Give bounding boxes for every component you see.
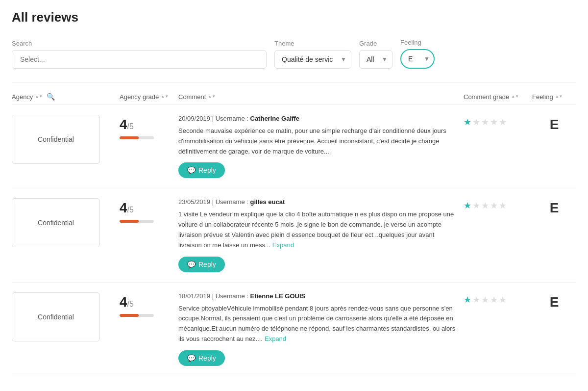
agency-cell: Confidential xyxy=(12,292,100,341)
grade-value: 4/5 xyxy=(120,294,178,310)
feeling-select-wrapper: E AllABCD ▼ xyxy=(400,49,435,69)
feeling-badge: E xyxy=(532,198,576,216)
stars-cell: ★★★★★ xyxy=(464,115,532,128)
comment-cell: 18/01/2019 | Username : Etienne LE GOUIS… xyxy=(178,292,464,366)
comment-text: 1 visite Le vendeur m explique que la cl… xyxy=(178,209,456,250)
comment-cell: 20/09/2019 | Username : Catherine Gaiffe… xyxy=(178,115,464,178)
grade-cell: 4/5 xyxy=(120,115,178,139)
search-input[interactable] xyxy=(12,50,267,69)
star-icon: ★ xyxy=(481,200,489,211)
agency-grade-col-header: Agency grade ▲▼ xyxy=(120,93,178,101)
expand-link[interactable]: Expand xyxy=(265,335,286,342)
search-label: Search xyxy=(12,40,267,47)
comment-text: Service pitoyableVéhicule immobilisé pen… xyxy=(178,304,456,344)
comment-meta: 18/01/2019 | Username : Etienne LE GOUIS xyxy=(178,292,456,300)
search-filter-group: Search xyxy=(12,40,267,69)
agency-name: Confidential xyxy=(38,313,74,321)
comment-meta: 23/05/2019 | Username : gilles eucat xyxy=(178,198,456,206)
sort-icon: ▲▼ xyxy=(208,95,216,99)
filters-bar: Search Theme Qualité de servic Prix Accu… xyxy=(12,39,576,69)
expand-link[interactable]: Expand xyxy=(272,241,294,249)
feeling-filter-group: Feeling E AllABCD ▼ xyxy=(400,39,435,69)
agency-name: Confidential xyxy=(38,135,74,143)
reply-icon: 💬 xyxy=(187,261,196,268)
star-icon: ★ xyxy=(472,294,480,305)
username: Etienne LE GOUIS xyxy=(250,292,306,300)
feeling-badge: E xyxy=(532,115,576,132)
agency-name: Confidential xyxy=(38,219,74,227)
sort-icon: ▲▼ xyxy=(161,95,169,99)
star-icon: ★ xyxy=(481,117,489,128)
star-icon: ★ xyxy=(499,200,507,211)
grade-bar-track xyxy=(120,136,154,139)
feeling-badge: E xyxy=(532,292,576,310)
grade-denominator: /5 xyxy=(127,206,134,214)
table-row: Confidential 4/5 23/05/2019 | Username :… xyxy=(12,188,576,282)
star-icon: ★ xyxy=(490,117,498,128)
reply-icon: 💬 xyxy=(187,354,196,362)
header-divider xyxy=(12,82,576,83)
username-label: | Username : xyxy=(212,115,250,122)
sort-icon: ▲▼ xyxy=(555,95,563,99)
reply-button[interactable]: 💬 Reply xyxy=(178,257,225,272)
theme-select-wrapper: Qualité de servic Prix Accueil ▼ xyxy=(274,50,351,69)
agency-col-header: Agency ▲▼ 🔍 xyxy=(12,93,120,101)
star-icon: ★ xyxy=(472,117,480,128)
comment-text: Seconde mauvaise expérience ce matin, po… xyxy=(178,126,456,156)
grade-denominator: /5 xyxy=(127,300,134,308)
table-row: Confidential 4/5 18/01/2019 | Username :… xyxy=(12,283,576,376)
grade-denominator: /5 xyxy=(127,122,134,130)
comment-grade-col-header: Comment grade ▲▼ xyxy=(464,93,532,101)
agency-cell: Confidential xyxy=(12,115,100,164)
comment-meta: 20/09/2019 | Username : Catherine Gaiffe xyxy=(178,115,456,122)
theme-label: Theme xyxy=(274,40,351,47)
table-row: Confidential 4/5 20/09/2019 | Username :… xyxy=(12,105,576,188)
grade-bar-track xyxy=(120,220,154,223)
search-icon[interactable]: 🔍 xyxy=(47,93,55,101)
feeling-select[interactable]: E AllABCD xyxy=(400,49,435,69)
reply-button[interactable]: 💬 Reply xyxy=(178,162,225,178)
star-icon: ★ xyxy=(472,200,480,211)
star-icon: ★ xyxy=(464,200,471,211)
stars-cell: ★★★★★ xyxy=(464,292,532,305)
reply-icon: 💬 xyxy=(187,166,196,174)
theme-select[interactable]: Qualité de servic Prix Accueil xyxy=(274,50,351,69)
agency-cell: Confidential xyxy=(12,198,100,247)
sort-icon: ▲▼ xyxy=(511,95,519,99)
grade-value: 4/5 xyxy=(120,117,178,132)
star-icon: ★ xyxy=(499,294,507,305)
table-header: Agency ▲▼ 🔍 Agency grade ▲▼ Comment ▲▼ C… xyxy=(12,91,576,105)
comment-date: 23/05/2019 xyxy=(178,198,210,206)
grade-label: Grade xyxy=(359,40,392,47)
reply-label: Reply xyxy=(198,354,216,362)
star-icon: ★ xyxy=(490,294,498,305)
reviews-list: Confidential 4/5 20/09/2019 | Username :… xyxy=(12,105,576,376)
username: Catherine Gaiffe xyxy=(250,115,299,122)
grade-select-wrapper: All 12345 ▼ xyxy=(359,50,392,69)
reply-button[interactable]: 💬 Reply xyxy=(178,350,225,366)
sort-icon: ▲▼ xyxy=(35,95,43,99)
comment-col-header: Comment ▲▼ xyxy=(178,93,464,101)
comment-date: 18/01/2019 xyxy=(178,292,210,300)
grade-filter-group: Grade All 12345 ▼ xyxy=(359,40,392,69)
username-label: | Username : xyxy=(212,292,250,300)
stars-cell: ★★★★★ xyxy=(464,198,532,211)
grade-bar-fill xyxy=(120,136,139,139)
grade-value: 4/5 xyxy=(120,200,178,216)
grade-bar-track xyxy=(120,314,154,317)
reply-label: Reply xyxy=(198,261,216,268)
star-icon: ★ xyxy=(490,200,498,211)
star-icon: ★ xyxy=(499,117,507,128)
star-icon: ★ xyxy=(481,294,489,305)
grade-select[interactable]: All 12345 xyxy=(359,50,392,69)
grade-bar-fill xyxy=(120,314,139,317)
grade-cell: 4/5 xyxy=(120,198,178,223)
username: gilles eucat xyxy=(250,198,285,206)
feeling-label: Feeling xyxy=(400,39,435,46)
star-icon: ★ xyxy=(464,294,471,305)
comment-date: 20/09/2019 xyxy=(178,115,210,122)
grade-bar-fill xyxy=(120,220,139,223)
feeling-col-header: Feeling ▲▼ xyxy=(532,93,576,101)
theme-filter-group: Theme Qualité de servic Prix Accueil ▼ xyxy=(274,40,351,69)
username-label: | Username : xyxy=(212,198,250,206)
